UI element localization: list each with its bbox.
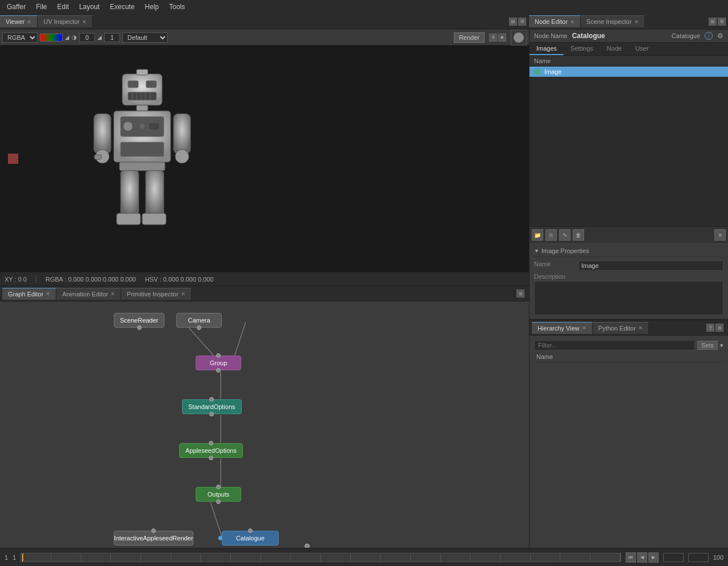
hierarchy-filter-input[interactable]: [534, 340, 695, 350]
tab-node-editor[interactable]: Node Editor ✕: [529, 15, 581, 27]
tab-close-node-editor[interactable]: ✕: [570, 19, 574, 25]
node-appleseed-options[interactable]: AppleseedOptions: [179, 443, 243, 458]
svg-rect-16: [121, 142, 164, 156]
menu-file[interactable]: File: [31, 2, 51, 12]
svg-rect-19: [173, 114, 191, 154]
menu-tools[interactable]: Tools: [164, 2, 189, 12]
menu-help[interactable]: Help: [140, 2, 164, 12]
skip-start-btn[interactable]: ⏮: [626, 552, 636, 563]
graph-panel-menu-btn[interactable]: ⊞: [516, 290, 524, 298]
delete-image-btn[interactable]: 🗑: [573, 229, 584, 241]
rgba-values: RGBA : 0.000 0.000 0.000 0.000: [46, 276, 136, 283]
xy-coords: XY : 0 0: [5, 276, 27, 283]
viewer-panel-menu-btn[interactable]: ▤: [509, 18, 517, 26]
tab-python-editor[interactable]: Python Editor ✕: [593, 322, 649, 334]
menu-edit[interactable]: Edit: [52, 2, 73, 12]
port-camera-out: [197, 325, 201, 330]
color-mode-select[interactable]: RGBA: [2, 32, 38, 43]
viewer-panel-split-btn[interactable]: ⊞: [518, 18, 526, 26]
timeline-playhead: [22, 553, 23, 561]
node-standard-options[interactable]: StandardOptions: [182, 399, 242, 414]
menu-gaffer[interactable]: Gaffer: [2, 2, 30, 12]
lut-select[interactable]: Default: [122, 32, 168, 43]
ne-tab-images[interactable]: Images: [530, 43, 564, 55]
node-panel-split-btn[interactable]: ⊞: [718, 18, 726, 26]
image-status-icon: [534, 68, 541, 75]
viewer-statusbar: XY : 0 0 RGBA : 0.000 0.000 0.000 0.000 …: [0, 272, 529, 286]
port-stdopts-in: [209, 397, 214, 402]
tab-close-scene-inspector[interactable]: ✕: [634, 19, 639, 25]
tab-uv-inspector[interactable]: UV Inspector ✕: [38, 15, 93, 27]
sets-button[interactable]: Sets: [697, 341, 718, 350]
props-title: ▼ Image Properties: [534, 245, 723, 257]
hierarchy-filter-row: Sets ▾: [532, 338, 726, 352]
timeline-bar[interactable]: [20, 553, 621, 562]
props-name-value[interactable]: Image: [578, 261, 723, 271]
image-row[interactable]: Image: [530, 67, 728, 77]
port-outputs-out: [216, 499, 221, 504]
graph-editor-viewport[interactable]: SceneReader Camera Group StandardOptions: [0, 301, 529, 548]
ne-tab-node[interactable]: Node: [600, 43, 628, 55]
port-group-in: [216, 353, 221, 358]
node-interactive-render[interactable]: InteractiveAppleseedRender: [114, 531, 193, 546]
hierarchy-content: Sets ▾ Name: [530, 336, 728, 548]
node-catalogue[interactable]: Catalogue: [222, 531, 279, 546]
tab-close-python[interactable]: ✕: [638, 325, 643, 331]
svg-rect-17: [94, 114, 111, 154]
port-interactive-in: [151, 528, 156, 533]
tab-close-hierarchy[interactable]: ✕: [582, 325, 586, 331]
tab-close-graph[interactable]: ✕: [46, 291, 50, 297]
props-name-row: Name Image: [534, 259, 723, 272]
timeline-total: 100: [713, 554, 723, 561]
tab-scene-inspector[interactable]: Scene Inspector ✕: [581, 15, 645, 27]
edit-image-btn[interactable]: ✎: [559, 229, 570, 241]
svg-rect-15: [149, 123, 159, 130]
tab-hierarchy-view[interactable]: Hierarchy View ✕: [532, 322, 593, 334]
tab-close-viewer[interactable]: ✕: [27, 19, 31, 25]
tab-viewer[interactable]: Viewer ✕: [0, 15, 38, 27]
ne-tab-settings[interactable]: Settings: [564, 43, 600, 55]
exposure-input[interactable]: [79, 33, 95, 42]
node-editor-header: Node Name Catalogue Catalogue i ⚙: [530, 30, 728, 43]
menu-layout[interactable]: Layout: [75, 2, 104, 12]
tab-close-animation[interactable]: ✕: [110, 291, 115, 297]
timeline-frame-input[interactable]: 1: [663, 553, 684, 562]
gamma-input[interactable]: [104, 33, 120, 42]
viewer-stop-btn[interactable]: ■: [498, 34, 506, 42]
viewer-viewport[interactable]: [0, 46, 529, 272]
graph-connections: [0, 301, 529, 548]
step-forward-btn[interactable]: ▶: [648, 552, 659, 563]
tab-close-primitive[interactable]: ✕: [181, 291, 185, 297]
hierarchy-menu-btn[interactable]: ☰: [706, 324, 714, 332]
images-table-header: Name: [530, 56, 728, 67]
render-button[interactable]: Render: [454, 32, 485, 43]
tab-primitive-inspector[interactable]: Primitive Inspector ✕: [121, 288, 191, 300]
tab-graph-editor[interactable]: Graph Editor ✕: [2, 288, 56, 300]
svg-rect-24: [146, 171, 164, 216]
add-image-btn[interactable]: 📁: [532, 229, 543, 241]
hierarchy-expand-btn[interactable]: ⊞: [715, 324, 723, 332]
close-image-panel-btn[interactable]: ✕: [714, 229, 726, 241]
port-scene-reader-out: [137, 325, 142, 330]
robot-3d-render: [46, 57, 239, 262]
node-panel-menu-btn[interactable]: ▤: [709, 18, 717, 26]
tab-animation-editor[interactable]: Animation Editor ✕: [56, 288, 121, 300]
svg-rect-0: [122, 74, 162, 105]
menu-execute[interactable]: Execute: [105, 2, 139, 12]
node-group[interactable]: Group: [196, 356, 241, 370]
step-back-btn[interactable]: ◀: [637, 552, 647, 563]
port-applopts-out: [209, 456, 213, 460]
viewer-pause-btn[interactable]: ⏸: [489, 34, 497, 42]
copy-image-btn[interactable]: ⎘: [545, 229, 557, 241]
node-info-btn[interactable]: i: [705, 32, 713, 40]
props-desc-textarea[interactable]: [534, 281, 723, 315]
node-camera[interactable]: Camera: [176, 313, 222, 328]
node-scene-reader[interactable]: SceneReader: [114, 313, 164, 328]
viewer-circle-btn[interactable]: [511, 30, 527, 46]
tab-close-uv[interactable]: ✕: [82, 19, 86, 25]
node-settings-btn[interactable]: ⚙: [717, 32, 723, 40]
timeline-frame-end-input[interactable]: 100: [688, 553, 709, 562]
ne-tab-user[interactable]: User: [628, 43, 655, 55]
node-outputs[interactable]: Outputs: [196, 487, 241, 502]
sets-dropdown-icon[interactable]: ▾: [720, 342, 723, 349]
